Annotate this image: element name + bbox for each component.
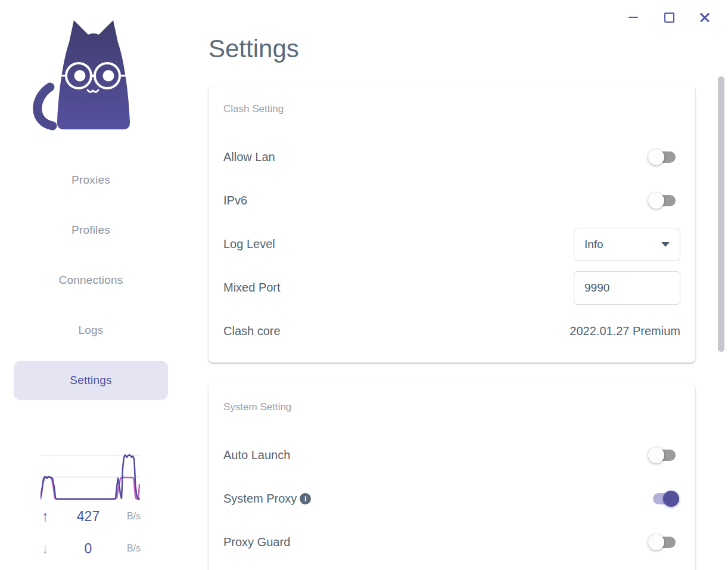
row-label: IPv6 bbox=[223, 194, 247, 207]
row-label: Allow Lan bbox=[223, 150, 275, 164]
setting-row-allow-lan: Allow Lan bbox=[223, 135, 680, 179]
setting-row-ipv6: IPv6 bbox=[223, 179, 680, 222]
app-window: { "icons": { "minimize": "minimize-bar",… bbox=[0, 0, 728, 570]
download-arrow-icon: ↓ bbox=[42, 540, 60, 557]
info-icon[interactable]: i bbox=[300, 493, 311, 504]
row-label: Log Level bbox=[223, 237, 275, 251]
main-content: Settings Clash Setting Allow Lan IPv6 Lo… bbox=[209, 0, 695, 570]
auto-launch-toggle[interactable] bbox=[647, 447, 680, 463]
mixed-port-input[interactable] bbox=[574, 271, 680, 305]
row-label: Auto Launch bbox=[223, 448, 290, 462]
page-title: Settings bbox=[209, 35, 695, 63]
row-label: Clash core bbox=[223, 324, 281, 338]
card-header: Clash Setting bbox=[223, 85, 680, 115]
sidebar-item-proxies[interactable]: Proxies bbox=[0, 155, 182, 205]
sidebar-item-connections[interactable]: Connections bbox=[0, 255, 182, 305]
upload-stat: ↑ 427 B/s bbox=[42, 500, 141, 532]
setting-row-log-level: Log Level Info bbox=[223, 222, 680, 266]
row-label: System Proxy i bbox=[223, 492, 311, 506]
setting-row-system-proxy: System Proxy i bbox=[223, 477, 680, 521]
clash-cat-logo bbox=[29, 17, 154, 131]
download-value: 0 bbox=[60, 541, 117, 557]
allow-lan-toggle[interactable] bbox=[647, 149, 680, 165]
clash-setting-card: Clash Setting Allow Lan IPv6 Log Level I… bbox=[209, 85, 695, 363]
log-level-select[interactable]: Info bbox=[574, 228, 680, 261]
traffic-graph bbox=[41, 450, 140, 500]
close-icon[interactable] bbox=[698, 11, 711, 24]
traffic-panel: ↑ 427 B/s ↓ 0 B/s bbox=[0, 450, 182, 565]
proxy-guard-toggle[interactable] bbox=[647, 534, 680, 550]
setting-row-proxy-guard: Proxy Guard bbox=[223, 521, 680, 564]
sidebar-item-logs[interactable]: Logs bbox=[0, 305, 182, 355]
upload-arrow-icon: ↑ bbox=[42, 508, 60, 525]
system-setting-card: System Setting Auto Launch System Proxy … bbox=[209, 383, 695, 570]
upload-value: 427 bbox=[60, 509, 117, 525]
upload-unit: B/s bbox=[117, 511, 141, 522]
download-stat: ↓ 0 B/s bbox=[42, 532, 141, 565]
card-header: System Setting bbox=[223, 383, 680, 413]
system-proxy-toggle[interactable] bbox=[647, 491, 680, 507]
setting-row-mixed-port: Mixed Port bbox=[223, 266, 680, 309]
row-label-text: System Proxy bbox=[223, 492, 297, 506]
sidebar-item-profiles[interactable]: Profiles bbox=[0, 205, 182, 255]
setting-row-clash-core: Clash core 2022.01.27 Premium bbox=[223, 309, 680, 353]
vertical-scrollbar[interactable] bbox=[718, 76, 724, 352]
clash-core-version: 2022.01.27 Premium bbox=[570, 324, 680, 338]
download-unit: B/s bbox=[117, 543, 141, 554]
sidebar-item-settings[interactable]: Settings bbox=[14, 361, 168, 400]
traffic-sparkline bbox=[41, 450, 140, 500]
sidebar-nav: Proxies Profiles Connections Logs Settin… bbox=[0, 155, 182, 400]
row-label: Mixed Port bbox=[223, 281, 281, 295]
row-label: Proxy Guard bbox=[223, 535, 290, 549]
ipv6-toggle[interactable] bbox=[647, 193, 680, 209]
cat-mascot-icon bbox=[29, 17, 154, 131]
log-level-value: Info bbox=[584, 238, 603, 251]
setting-row-auto-launch: Auto Launch bbox=[223, 433, 680, 477]
sidebar: Proxies Profiles Connections Logs Settin… bbox=[0, 0, 182, 570]
chevron-down-icon bbox=[661, 242, 670, 247]
